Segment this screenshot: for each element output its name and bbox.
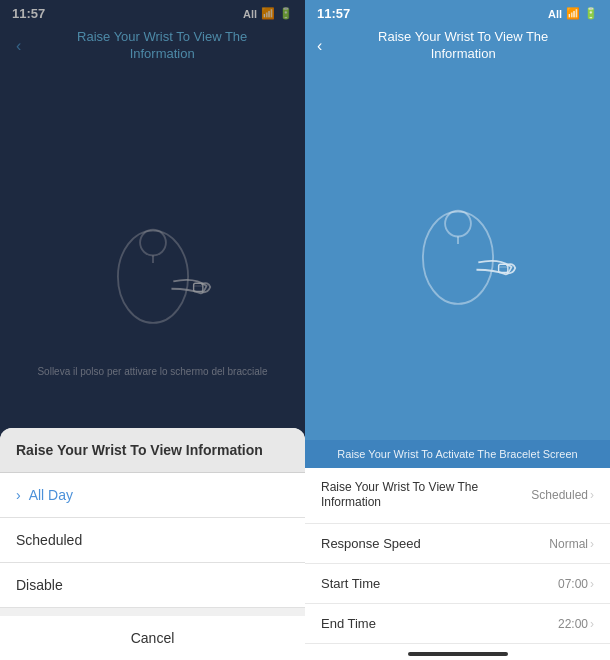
right-value-text-2: 07:00 bbox=[558, 577, 588, 591]
bottom-sheet-option-label-0: All Day bbox=[29, 487, 73, 503]
checkmark-icon: › bbox=[16, 487, 21, 503]
left-panel: 11:57 All 📶 🔋 ‹ Raise Your Wrist To View… bbox=[0, 0, 305, 660]
right-chevron-0: › bbox=[590, 488, 594, 502]
right-setting-value-2: 07:00 › bbox=[558, 577, 594, 591]
right-back-icon[interactable]: ‹ bbox=[317, 37, 322, 55]
bottom-sheet-option-2[interactable]: Disable bbox=[0, 563, 305, 608]
right-setting-row-3[interactable]: End Time 22:00 › bbox=[305, 604, 610, 644]
right-wrist-illustration bbox=[398, 207, 518, 327]
right-settings-list: Raise Your Wrist To View The Information… bbox=[305, 468, 610, 644]
right-title-line2: Information bbox=[328, 46, 598, 63]
svg-point-5 bbox=[422, 212, 492, 304]
svg-point-8 bbox=[445, 211, 471, 237]
bottom-sheet-option-1[interactable]: Scheduled bbox=[0, 518, 305, 563]
right-title-line1: Raise Your Wrist To View The bbox=[328, 29, 598, 46]
right-time: 11:57 bbox=[317, 6, 350, 21]
bottom-sheet-option-label-2: Disable bbox=[16, 577, 63, 593]
bottom-sheet-title: Raise Your Wrist To View Information bbox=[0, 428, 305, 473]
right-status-icons: All 📶 🔋 bbox=[548, 7, 598, 20]
right-network: All bbox=[548, 8, 562, 20]
right-setting-label-1: Response Speed bbox=[321, 536, 421, 551]
bottom-sheet: Raise Your Wrist To View Information › A… bbox=[0, 428, 305, 660]
right-hero-caption: Raise Your Wrist To Activate The Bracele… bbox=[305, 440, 610, 468]
right-value-text-3: 22:00 bbox=[558, 617, 588, 631]
right-setting-label-0: Raise Your Wrist To View The Information bbox=[321, 480, 531, 511]
right-battery-icon: 🔋 bbox=[584, 7, 598, 20]
home-bar bbox=[408, 652, 508, 656]
right-nav-title: Raise Your Wrist To View The Information bbox=[328, 29, 598, 63]
right-wifi-icon: 📶 bbox=[566, 7, 580, 20]
right-setting-label-3: End Time bbox=[321, 616, 376, 631]
bottom-sheet-option-0[interactable]: › All Day bbox=[0, 473, 305, 518]
right-status-bar: 11:57 All 📶 🔋 bbox=[305, 0, 610, 25]
right-chevron-2: › bbox=[590, 577, 594, 591]
right-chevron-1: › bbox=[590, 537, 594, 551]
right-setting-row-1[interactable]: Response Speed Normal › bbox=[305, 524, 610, 564]
right-nav-row: ‹ Raise Your Wrist To View The Informati… bbox=[305, 25, 610, 67]
right-setting-row-2[interactable]: Start Time 07:00 › bbox=[305, 564, 610, 604]
right-hero: Raise Your Wrist To Activate The Bracele… bbox=[305, 67, 610, 468]
right-value-text-1: Normal bbox=[549, 537, 588, 551]
right-chevron-3: › bbox=[590, 617, 594, 631]
right-setting-row-0[interactable]: Raise Your Wrist To View The Information… bbox=[305, 468, 610, 524]
right-panel: 11:57 All 📶 🔋 ‹ Raise Your Wrist To View… bbox=[305, 0, 610, 660]
bottom-sheet-option-label-1: Scheduled bbox=[16, 532, 82, 548]
right-setting-label-2: Start Time bbox=[321, 576, 380, 591]
right-setting-value-1: Normal › bbox=[549, 537, 594, 551]
bottom-sheet-cancel-button[interactable]: Cancel bbox=[0, 616, 305, 660]
home-indicator bbox=[305, 644, 610, 660]
right-setting-value-0: Scheduled › bbox=[531, 488, 594, 502]
right-setting-value-3: 22:00 › bbox=[558, 617, 594, 631]
right-value-text-0: Scheduled bbox=[531, 488, 588, 502]
